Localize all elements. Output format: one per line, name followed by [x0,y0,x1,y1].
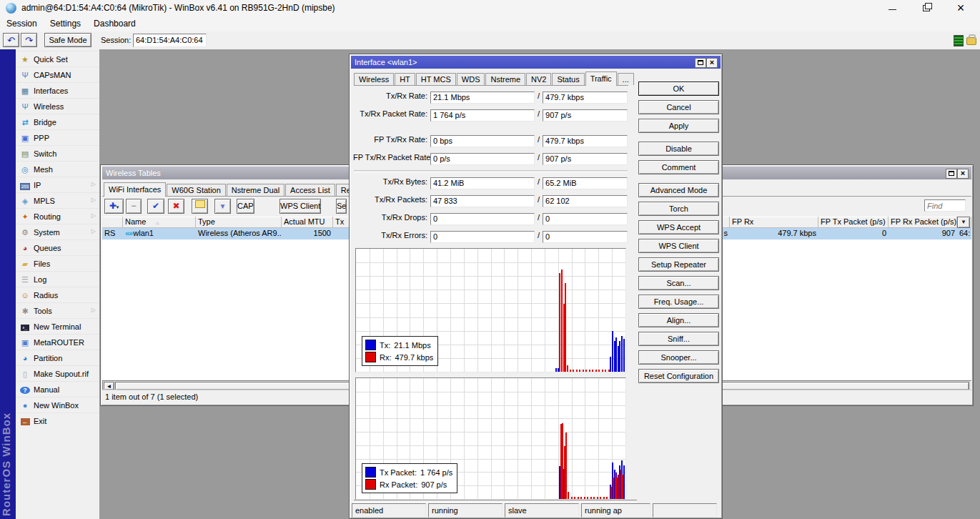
dialog-button[interactable]: Advanced Mode [638,183,719,197]
maximize-icon[interactable] [695,58,706,68]
sidebar-item[interactable]: Partition [16,350,99,365]
dialog-button[interactable]: Disable [638,142,719,156]
rx-value-field[interactable]: 479.7 kbps [543,135,628,147]
sidebar-item[interactable]: Manual [16,381,99,397]
tab[interactable]: NV2 [526,73,551,85]
sidebar-item[interactable]: Tools [16,302,99,318]
tab[interactable]: ... [618,73,634,85]
rx-value-field[interactable]: 479.7 kbps [543,92,628,104]
tab[interactable]: W60G Station [167,184,225,196]
menu-item[interactable]: Settings [44,16,87,29]
tab[interactable]: Wireless [354,73,394,85]
rx-value-field[interactable]: 907 p/s [543,109,628,122]
dialog-button[interactable]: WPS Client [638,239,719,253]
column-selector-icon[interactable]: ▼ [957,217,970,228]
sidebar-item[interactable]: Mesh [16,161,99,177]
dialog-button[interactable]: Setup Repeater [638,257,719,272]
session-input[interactable]: 64:D1:54:A4:C0:64 [133,34,207,47]
dialog-button[interactable]: Sniff... [638,332,719,346]
tx-value-field[interactable]: 41.2 MiB [430,177,535,189]
tx-value-field[interactable]: 0 [430,213,535,225]
dialog-button[interactable]: Torch [638,202,719,216]
tab[interactable]: Status [552,73,584,85]
tab[interactable]: HT MCS [416,73,456,85]
dialog-button[interactable]: Freq. Usage... [638,295,719,309]
enable-button[interactable] [147,199,164,214]
sidebar-item[interactable]: Wireless [16,98,99,114]
menu-item[interactable]: Session [0,16,44,29]
column-header[interactable]: FP Rx Packet (p/s) [889,217,957,228]
sidebar-item[interactable]: MetaROUTER [16,334,99,350]
redo-icon[interactable]: ↷ [21,33,37,47]
find-input[interactable] [924,199,966,212]
close-icon[interactable] [957,169,969,179]
cap-button[interactable]: CAP [237,199,254,214]
rx-value-field[interactable]: 907 p/s [543,153,628,165]
sidebar-item[interactable]: Log [16,271,99,287]
tab[interactable]: Access List [285,184,335,196]
tx-value-field[interactable]: 0 bps [430,135,535,147]
column-header[interactable]: Actual MTU [282,217,333,228]
comment-button[interactable] [192,199,208,214]
sidebar-item[interactable]: Queues [16,239,99,255]
tab[interactable]: Nstreme [485,73,525,85]
close-icon[interactable] [944,0,977,16]
dialog-button[interactable]: WPS Accept [638,220,719,234]
tx-value-field[interactable]: 0 p/s [430,153,535,165]
close-icon[interactable] [706,58,718,68]
rx-value-field[interactable]: 0 [543,231,628,243]
menu-item[interactable]: Dashboard [87,16,142,29]
add-button[interactable]: ▾ [104,199,124,214]
tab[interactable]: WiFi Interfaces [104,182,166,197]
tx-value-field[interactable]: 0 [430,231,535,243]
column-header[interactable] [102,217,123,228]
minimize-icon[interactable] [876,0,909,16]
wps-client-button[interactable]: WPS Client [279,199,321,214]
tx-value-field[interactable]: 21.1 Mbps [430,92,535,104]
sidebar-item[interactable]: Quick Set [16,51,99,66]
scanner-button[interactable]: Se [336,199,347,214]
sidebar-item[interactable]: Files [16,255,99,271]
sidebar-item[interactable]: MPLS [16,192,99,208]
dialog-button[interactable]: Cancel [638,100,719,114]
tab[interactable]: Nstreme Dual [227,184,284,196]
rx-value-field[interactable]: 65.2 MiB [543,177,628,189]
sidebar-item[interactable]: IP [16,177,99,192]
rx-value-field[interactable]: 62 102 [543,195,628,207]
sidebar-item[interactable]: Interfaces [16,82,99,98]
tx-value-field[interactable]: 1 764 p/s [430,109,535,122]
tab[interactable]: HT [395,73,415,85]
sidebar-item[interactable]: PPP [16,129,99,145]
safe-mode-button[interactable]: Safe Mode [44,33,91,47]
dialog-button[interactable]: Snooper... [638,350,719,365]
maximize-icon[interactable] [946,169,957,179]
dialog-button[interactable]: Scan... [638,276,719,290]
tx-value-field[interactable]: 47 833 [430,195,535,207]
disable-button[interactable] [168,199,184,214]
remove-button[interactable] [126,199,142,214]
sidebar-item[interactable]: Switch [16,145,99,161]
sidebar-item[interactable]: New Terminal [16,318,99,334]
dialog-button[interactable]: Comment [638,160,719,174]
column-header[interactable]: Name [123,217,196,228]
restore-icon[interactable] [910,0,943,16]
sidebar-item[interactable]: System [16,224,99,239]
filter-button[interactable] [214,199,231,214]
sidebar-item[interactable]: Exit [16,412,99,428]
column-header[interactable]: FP Tx Packet (p/s) [818,217,889,228]
sidebar-item[interactable]: Make Supout.rif [16,365,99,381]
sidebar-item[interactable]: CAPsMAN [16,66,99,82]
tab[interactable]: WDS [457,73,485,85]
sidebar-item[interactable]: New WinBox [16,397,99,412]
sidebar-item[interactable]: Bridge [16,114,99,129]
dialog-button[interactable]: Apply [638,119,719,133]
dialog-button[interactable]: Align... [638,313,719,327]
dialog-button[interactable]: Reset Configuration [638,369,719,383]
sidebar-item[interactable]: Routing [16,208,99,224]
sidebar-item[interactable]: Radius [16,287,99,302]
column-header[interactable]: FP Rx [730,217,818,228]
tab[interactable]: Traffic [585,71,617,86]
undo-icon[interactable]: ↶ [3,33,19,47]
dialog-button[interactable]: OK [638,81,719,96]
dialog-titlebar[interactable]: Interface <wlan1> [351,56,721,69]
